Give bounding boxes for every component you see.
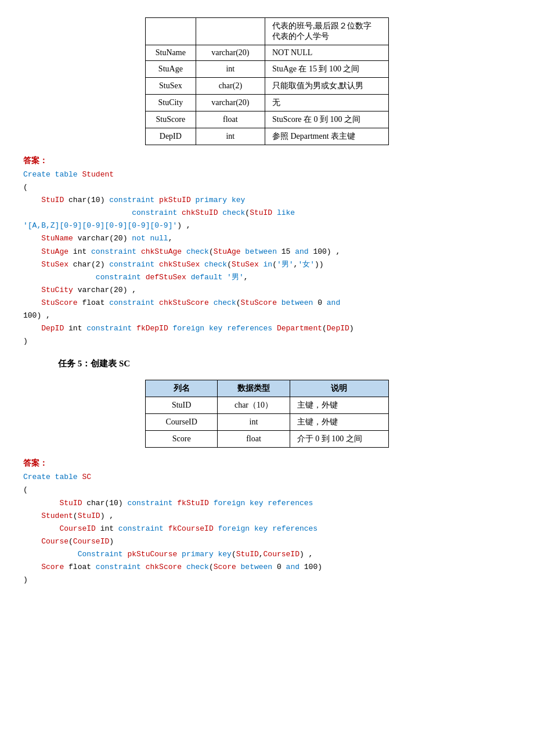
table-cell: 主键，外键 bbox=[290, 397, 388, 414]
code-token: and bbox=[295, 247, 308, 256]
code-token: references bbox=[268, 499, 313, 507]
col-type: int bbox=[196, 128, 265, 145]
code-token: , bbox=[244, 273, 248, 282]
code-token: char(10) bbox=[82, 499, 127, 507]
col-name bbox=[146, 18, 196, 45]
code-token: 100) , bbox=[309, 247, 341, 256]
code-token: char(2) bbox=[68, 260, 109, 269]
code-line: ) bbox=[23, 335, 511, 348]
code-token: '男' bbox=[277, 260, 294, 269]
table-row: StuSexchar(2)只能取值为男或女,默认男 bbox=[146, 78, 389, 95]
code-token bbox=[23, 260, 41, 269]
code-token bbox=[272, 324, 277, 333]
col-desc: NOT NULL bbox=[265, 45, 388, 61]
code-token: default bbox=[191, 273, 223, 282]
code-line: '[A,B,Z][0-9][0-9][0-9][0-9][0-9]') , bbox=[23, 219, 511, 232]
code-token bbox=[277, 298, 282, 307]
code-line: ( bbox=[23, 484, 511, 496]
code-token: constraint bbox=[96, 563, 141, 571]
code-token: Create table bbox=[23, 170, 78, 179]
code-line: constraint chkStuID check(StuID like bbox=[23, 207, 511, 219]
code-token: StuAge bbox=[214, 247, 241, 256]
col-type bbox=[196, 18, 265, 45]
table-row: StuIDchar（10）主键，外键 bbox=[146, 397, 389, 414]
code-token: ( bbox=[236, 298, 241, 307]
code-token: constraint bbox=[118, 524, 164, 533]
task5-heading: 任务 5：创建表 SC bbox=[58, 358, 511, 369]
code-token: check bbox=[214, 298, 236, 307]
col-type: float bbox=[196, 111, 265, 128]
col-type: char(2) bbox=[196, 78, 265, 95]
code-token bbox=[177, 550, 182, 559]
code-token: Score bbox=[214, 563, 236, 571]
code-token: 100) bbox=[300, 563, 322, 571]
code-token: DepID bbox=[41, 324, 64, 333]
code-line: StuName varchar(20) not null, bbox=[23, 232, 511, 245]
task5-table-wrapper: 列名数据类型说明 StuIDchar（10）主键，外键CourseIDint主键… bbox=[23, 374, 511, 453]
answer2-label: 答案： bbox=[23, 458, 511, 469]
code-token: check bbox=[222, 208, 245, 217]
code-line: StuID char(10) constraint fkStuID foreig… bbox=[23, 497, 511, 510]
col-type: varchar(20) bbox=[196, 95, 265, 111]
code-line: StuScore float constraint chkStuScore ch… bbox=[23, 297, 511, 309]
table-row: StuNamevarchar(20)NOT NULL bbox=[146, 45, 389, 61]
code-token: StuScore bbox=[241, 298, 277, 307]
code-token bbox=[222, 273, 227, 282]
code-token bbox=[23, 273, 96, 282]
code-token: '[A,B,Z][0-9][0-9][0-9][0-9][0-9]' bbox=[23, 221, 177, 230]
code-token: int bbox=[96, 524, 118, 533]
code-token: constraint bbox=[91, 247, 136, 256]
table-cell: StuID bbox=[146, 397, 218, 414]
col-desc: 代表的班号,最后跟２位数字 代表的个人学号 bbox=[265, 18, 388, 45]
table-row: 代表的班号,最后跟２位数字 代表的个人学号 bbox=[146, 18, 389, 45]
code-token: ( bbox=[73, 512, 78, 520]
code-line: DepID int constraint fkDepID foreign key… bbox=[23, 322, 511, 335]
code-token: constraint bbox=[109, 260, 154, 269]
code-token: StuSex bbox=[232, 260, 259, 269]
code-token: ( bbox=[23, 183, 28, 192]
code-line: StuAge int constraint chkStuAge check(St… bbox=[23, 246, 511, 258]
table-cell: char（10） bbox=[218, 397, 290, 414]
col-type: int bbox=[196, 61, 265, 78]
code-token: varchar(20) , bbox=[73, 286, 136, 294]
code-token bbox=[259, 260, 264, 269]
code-token: ( bbox=[232, 550, 236, 559]
code-token bbox=[154, 196, 159, 204]
column-header: 列名 bbox=[146, 380, 218, 397]
code-token bbox=[136, 247, 141, 256]
code-token: int bbox=[64, 324, 86, 333]
table-cell: Score bbox=[146, 431, 218, 448]
table-row: StuScorefloatStuScore 在 0 到 100 之间 bbox=[146, 111, 389, 128]
code-token: constraint bbox=[109, 298, 154, 307]
code-token bbox=[177, 208, 182, 217]
code-token bbox=[236, 563, 241, 571]
code-token: chkStuScore bbox=[159, 298, 209, 307]
code-token bbox=[191, 196, 196, 204]
code-token bbox=[23, 537, 41, 546]
code-token: char(10) bbox=[64, 196, 109, 204]
code-token bbox=[23, 196, 41, 204]
code-token: StuScore bbox=[41, 298, 77, 307]
code-token: check bbox=[186, 563, 209, 571]
code-line: Student(StuID) , bbox=[23, 510, 511, 523]
code-line: Course(CourseID) bbox=[23, 535, 511, 548]
code-line: constraint defStuSex default '男', bbox=[23, 271, 511, 284]
col-name: StuSex bbox=[146, 78, 196, 95]
code-line: 100) , bbox=[23, 309, 511, 322]
code-token: ) , bbox=[300, 550, 313, 559]
code-token: Create table bbox=[23, 473, 78, 481]
code-token: between bbox=[282, 298, 313, 307]
table-cell: float bbox=[218, 431, 290, 448]
code-token: , bbox=[168, 234, 173, 243]
code-token: in bbox=[264, 260, 273, 269]
code-token: StuID bbox=[41, 196, 64, 204]
code-token bbox=[23, 324, 41, 333]
col-type: varchar(20) bbox=[196, 45, 265, 61]
table-row: CourseIDint主键，外键 bbox=[146, 414, 389, 431]
col-name: StuScore bbox=[146, 111, 196, 128]
code-token bbox=[182, 563, 186, 571]
code-token bbox=[209, 499, 214, 507]
table-cell: CourseID bbox=[146, 414, 218, 431]
code-token: 0 bbox=[313, 298, 326, 307]
col-name: StuAge bbox=[146, 61, 196, 78]
